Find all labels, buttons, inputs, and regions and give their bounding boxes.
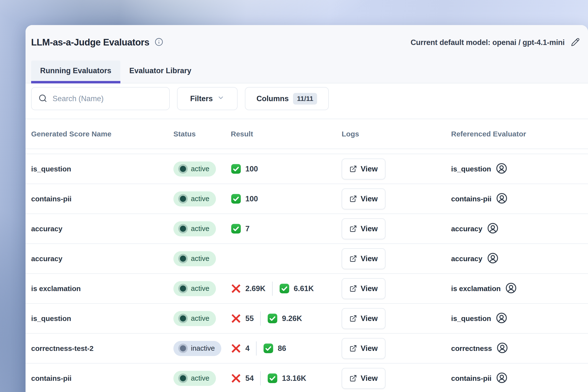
logs-cell: View bbox=[342, 248, 451, 269]
referenced-evaluator-name: contains-pii bbox=[451, 374, 492, 382]
search-input[interactable] bbox=[52, 94, 162, 103]
status-cell: active bbox=[174, 371, 231, 386]
column-header-referenced-evaluator: Referenced Evaluator bbox=[451, 130, 588, 138]
view-button-label: View bbox=[361, 284, 378, 293]
pass-check-icon bbox=[267, 313, 278, 324]
status-cell: inactive bbox=[174, 341, 231, 356]
fail-count: 2.69K bbox=[245, 284, 266, 293]
pass-check-icon bbox=[263, 343, 274, 354]
status-label: active bbox=[191, 225, 209, 233]
table-header-row: Generated Score Name Status Result Logs … bbox=[26, 119, 588, 149]
fail-count-group: 55 bbox=[231, 313, 254, 324]
view-logs-button[interactable]: View bbox=[342, 188, 386, 209]
columns-button-label: Columns bbox=[256, 94, 289, 103]
status-dot-icon bbox=[180, 345, 186, 352]
fail-count: 4 bbox=[245, 344, 250, 353]
result-cell: 7 bbox=[231, 224, 342, 234]
view-logs-button[interactable]: View bbox=[342, 338, 386, 359]
pass-count-group: 100 bbox=[231, 194, 258, 204]
user-circle-icon bbox=[487, 222, 498, 235]
pass-count: 7 bbox=[245, 224, 250, 233]
table-row-contains-pii: contains-pii active 54 13.16K bbox=[26, 364, 588, 392]
result-cell: 100 bbox=[231, 194, 342, 204]
user-circle-icon bbox=[496, 312, 507, 325]
referenced-evaluator-name: is exclamation bbox=[451, 284, 501, 293]
status-label: active bbox=[191, 254, 209, 263]
search-input-wrapper bbox=[31, 87, 170, 110]
view-logs-button[interactable]: View bbox=[342, 368, 386, 389]
pass-count-group: 100 bbox=[231, 164, 258, 174]
score-name-cell: accuracy bbox=[31, 225, 174, 233]
result-cell: 4 86 bbox=[231, 342, 342, 356]
table-row-is exclamation: is exclamation active 2.69K 6.61K bbox=[26, 274, 588, 304]
status-cell: active bbox=[174, 311, 231, 326]
table-toolbar: Filters Columns 11/11 bbox=[26, 84, 588, 119]
fail-cross-icon bbox=[231, 343, 241, 354]
external-link-icon bbox=[350, 195, 357, 202]
status-badge: inactive bbox=[174, 341, 221, 356]
view-logs-button[interactable]: View bbox=[342, 158, 386, 180]
tab-running-evaluators[interactable]: Running Evaluators bbox=[31, 60, 120, 84]
referenced-evaluator-name: contains-pii bbox=[451, 195, 492, 203]
table-row-accuracy: accuracy active View accuracy bbox=[26, 244, 588, 274]
logs-cell: View bbox=[342, 308, 451, 329]
info-icon[interactable] bbox=[155, 38, 163, 47]
fail-count: 54 bbox=[245, 374, 254, 383]
referenced-evaluator-name: accuracy bbox=[451, 225, 482, 233]
column-header-logs: Logs bbox=[342, 130, 451, 138]
score-name-cell: accuracy bbox=[31, 254, 174, 263]
pass-count: 86 bbox=[278, 344, 286, 353]
fail-count-group: 2.69K bbox=[231, 283, 266, 294]
view-button-label: View bbox=[361, 165, 378, 174]
status-badge: active bbox=[174, 192, 216, 206]
status-badge: active bbox=[174, 251, 216, 266]
filters-button[interactable]: Filters bbox=[177, 87, 238, 110]
pass-check-icon bbox=[231, 194, 241, 204]
referenced-evaluator-cell: contains-pii bbox=[451, 372, 588, 384]
pass-count-group: 86 bbox=[263, 343, 286, 354]
logs-cell: View bbox=[342, 188, 451, 209]
user-circle-icon bbox=[496, 372, 508, 384]
evaluators-panel: LLM-as-a-Judge Evaluators Current defaul… bbox=[26, 25, 588, 392]
status-dot-icon bbox=[180, 226, 186, 232]
fail-cross-icon bbox=[231, 373, 241, 384]
status-dot-icon bbox=[180, 375, 186, 381]
score-name-cell: contains-pii bbox=[31, 374, 174, 382]
view-logs-button[interactable]: View bbox=[342, 218, 386, 239]
partially-scrolled-row bbox=[26, 149, 588, 154]
pass-count: 9.26K bbox=[282, 314, 302, 323]
result-divider bbox=[260, 312, 261, 326]
view-logs-button[interactable]: View bbox=[342, 278, 386, 299]
status-dot-icon bbox=[180, 166, 186, 172]
status-cell: active bbox=[174, 192, 231, 206]
external-link-icon bbox=[350, 344, 357, 352]
logs-cell: View bbox=[342, 158, 451, 180]
column-header-generated-score-name: Generated Score Name bbox=[31, 130, 174, 138]
fail-cross-icon bbox=[231, 313, 241, 324]
pass-count: 13.16K bbox=[282, 374, 306, 383]
fail-cross-icon bbox=[231, 283, 241, 294]
result-divider bbox=[260, 371, 261, 386]
logs-cell: View bbox=[342, 218, 451, 239]
status-badge: active bbox=[174, 162, 216, 176]
pass-count-group: 9.26K bbox=[267, 313, 302, 324]
status-cell: active bbox=[174, 281, 231, 296]
logs-cell: View bbox=[342, 278, 451, 299]
result-cell: 54 13.16K bbox=[231, 371, 342, 386]
user-circle-icon bbox=[487, 252, 498, 265]
view-logs-button[interactable]: View bbox=[342, 248, 386, 269]
user-circle-icon bbox=[496, 192, 508, 205]
view-button-label: View bbox=[361, 254, 378, 263]
edit-model-pencil-icon[interactable] bbox=[571, 38, 580, 48]
view-logs-button[interactable]: View bbox=[342, 308, 386, 329]
status-dot-icon bbox=[180, 286, 186, 292]
referenced-evaluator-cell: correctness bbox=[451, 342, 588, 354]
columns-button[interactable]: Columns 11/11 bbox=[245, 87, 329, 110]
page-title: LLM-as-a-Judge Evaluators bbox=[31, 37, 149, 48]
view-button-label: View bbox=[361, 314, 378, 323]
filters-button-label: Filters bbox=[190, 94, 213, 103]
referenced-evaluator-cell: is exclamation bbox=[451, 282, 588, 295]
score-name-cell: is_question bbox=[31, 314, 174, 323]
tab-evaluator-library[interactable]: Evaluator Library bbox=[120, 60, 200, 84]
referenced-evaluator-cell: is_question bbox=[451, 312, 588, 325]
